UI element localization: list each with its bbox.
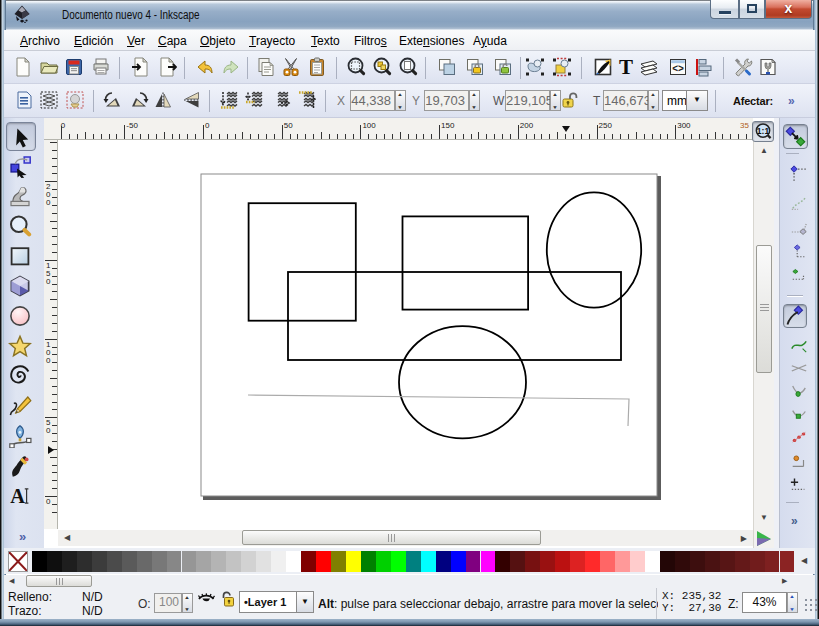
svg-text:1:1: 1:1 (757, 126, 770, 136)
svg-text:<>: <> (672, 63, 684, 74)
svg-text:T: T (619, 57, 633, 77)
svg-text:A: A (10, 485, 25, 507)
